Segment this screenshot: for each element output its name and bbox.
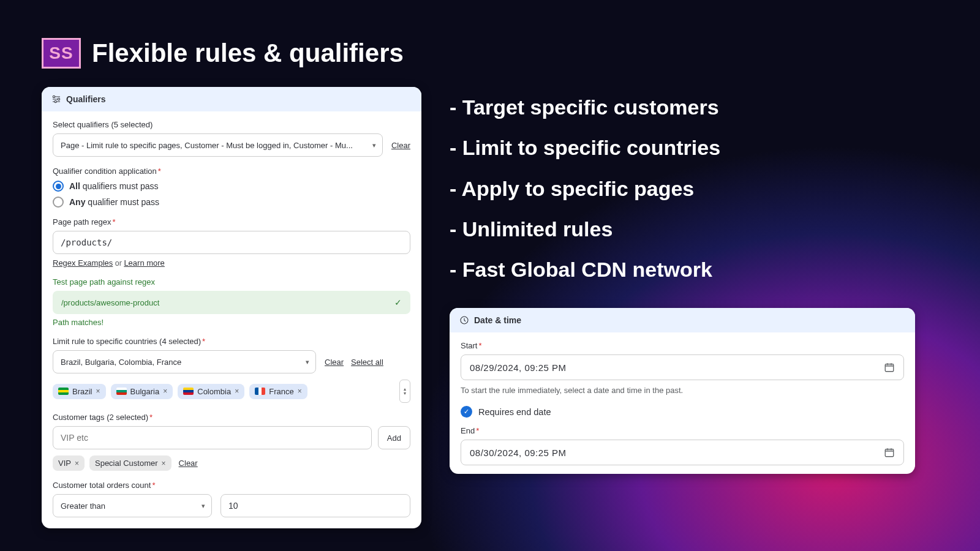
qualifiers-header: Qualifiers [66, 94, 106, 104]
close-icon[interactable]: × [235, 387, 239, 395]
svg-point-1 [58, 98, 59, 100]
logo: SS [42, 38, 81, 69]
country-chip[interactable]: France× [249, 384, 307, 399]
svg-rect-4 [885, 364, 894, 372]
page-path-input[interactable] [53, 231, 410, 254]
test-path-result: /products/awesome-product ✓ [53, 291, 410, 314]
regex-examples-link[interactable]: Regex Examples [53, 258, 113, 268]
svg-rect-5 [885, 449, 894, 457]
svg-point-2 [55, 100, 56, 102]
radio-any[interactable]: Any qualifier must pass [53, 197, 410, 208]
svg-point-0 [53, 96, 55, 97]
feature-bullet: - Apply to specific pages [450, 168, 938, 209]
stepper-icon[interactable]: ▴▾ [399, 380, 410, 403]
radio-dot-icon [53, 197, 64, 208]
select-all-countries-link[interactable]: Select all [351, 358, 383, 367]
condition-label: Qualifier condition application [53, 167, 410, 176]
learn-more-link[interactable]: Learn more [124, 258, 164, 268]
radio-dot-icon [53, 181, 64, 192]
country-chip[interactable]: Brazil× [53, 384, 106, 399]
clear-qualifiers-link[interactable]: Clear [391, 141, 410, 150]
orders-op-text: Greater than [61, 501, 105, 511]
flag-icon [116, 388, 127, 395]
tag-chip[interactable]: Special Customer× [89, 455, 172, 471]
clock-icon [459, 315, 469, 325]
close-icon[interactable]: × [162, 459, 166, 468]
close-icon[interactable]: × [96, 387, 100, 395]
orders-operator-select[interactable]: Greater than ▾ [53, 494, 212, 517]
calendar-icon [884, 362, 895, 373]
start-label: Start [461, 341, 904, 350]
date-time-card: Date & time Start 08/29/2024, 09:25 PM T… [450, 308, 915, 474]
clear-countries-link[interactable]: Clear [325, 358, 344, 367]
qualifiers-select-text: Page - Limit rule to specific pages, Cus… [61, 141, 353, 150]
requires-end-checkbox[interactable]: ✓ Requires end date [461, 406, 904, 418]
orders-label: Customer total orders count [53, 481, 410, 490]
flag-icon [58, 388, 69, 395]
close-icon[interactable]: × [298, 387, 302, 395]
qualifiers-card: Qualifiers Select qualifiers (5 selected… [42, 87, 421, 528]
check-icon: ✓ [394, 298, 402, 307]
filter-icon [51, 94, 61, 104]
country-chip[interactable]: Colombia× [178, 384, 244, 399]
orders-count-input[interactable] [221, 494, 410, 517]
feature-bullet: - Limit to specific countries [450, 127, 938, 168]
feature-bullet: - Fast Global CDN network [450, 249, 938, 290]
close-icon[interactable]: × [75, 459, 79, 468]
chevron-down-icon: ▾ [372, 141, 376, 149]
countries-select[interactable]: Brazil, Bulgaria, Colombia, France ▾ [53, 350, 316, 373]
tags-label: Customer tags (2 selected) [53, 413, 410, 422]
tag-chip[interactable]: VIP× [53, 455, 85, 471]
date-time-header: Date & time [474, 315, 521, 325]
qualifiers-select[interactable]: Page - Limit rule to specific pages, Cus… [53, 133, 383, 157]
test-path-ok: Path matches! [53, 318, 410, 327]
calendar-icon [884, 447, 895, 458]
end-label: End [461, 426, 904, 435]
add-button[interactable]: Add [378, 426, 410, 449]
chevron-down-icon: ▾ [306, 358, 309, 366]
tags-input[interactable] [53, 426, 372, 449]
end-datetime-input[interactable]: 08/30/2024, 09:25 PM [461, 440, 904, 465]
chevron-down-icon: ▾ [202, 502, 205, 510]
page-path-label: Page path regex [53, 217, 410, 227]
test-path-label: Test page path against regex [53, 277, 410, 287]
clear-tags-link[interactable]: Clear [179, 459, 198, 468]
countries-label: Limit rule to specific countries (4 sele… [53, 337, 410, 346]
flag-icon [255, 388, 265, 395]
countries-select-text: Brazil, Bulgaria, Colombia, France [61, 358, 181, 367]
start-datetime-input[interactable]: 08/29/2024, 09:25 PM [461, 354, 904, 380]
flag-icon [183, 388, 194, 395]
feature-bullet: - Unlimited rules [450, 209, 938, 249]
country-chip[interactable]: Bulgaria× [111, 384, 173, 399]
radio-all[interactable]: All qualifiers must pass [53, 181, 410, 192]
close-icon[interactable]: × [163, 387, 167, 395]
select-qualifiers-label: Select qualifiers (5 selected) [53, 120, 410, 129]
page-title: Flexible rules & qualifiers [92, 39, 404, 68]
feature-bullet: - Target specific customers [450, 87, 938, 127]
check-circle-icon: ✓ [461, 406, 472, 418]
start-hint: To start the rule immediately, select a … [461, 386, 904, 395]
